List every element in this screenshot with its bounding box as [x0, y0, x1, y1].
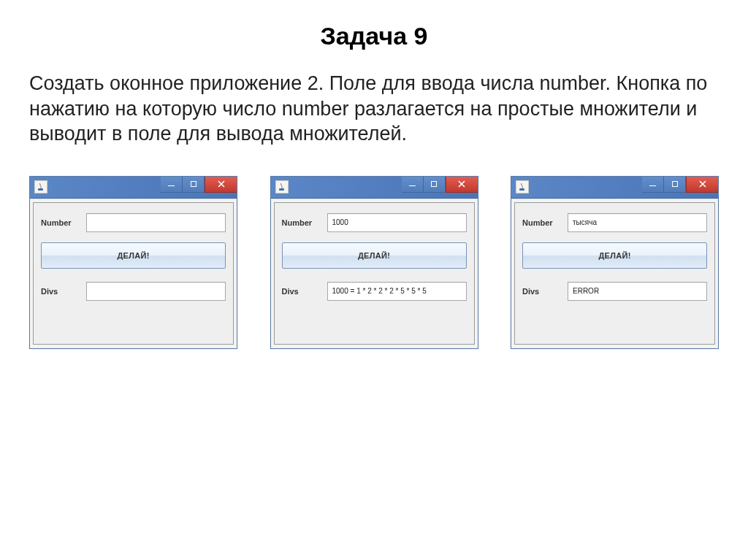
number-label: Number — [282, 218, 327, 227]
minimize-icon[interactable] — [642, 177, 664, 193]
do-button[interactable]: ДЕЛАЙ! — [41, 242, 226, 269]
content-panel: Number ДЕЛАЙ! Divs — [33, 202, 234, 345]
divs-output[interactable] — [568, 282, 707, 301]
app-window: Number ДЕЛАЙ! Divs — [270, 176, 478, 349]
app-window: Number ДЕЛАЙ! Divs — [511, 176, 719, 349]
maximize-icon[interactable] — [664, 177, 686, 193]
divs-label: Divs — [522, 287, 568, 296]
svg-rect-2 — [519, 188, 524, 191]
windows-row: Number ДЕЛАЙ! Divs — [29, 176, 719, 349]
minimize-icon[interactable] — [161, 177, 183, 193]
divs-output[interactable] — [327, 282, 467, 301]
maximize-icon[interactable] — [183, 177, 205, 193]
java-cup-icon — [275, 180, 289, 193]
number-input[interactable] — [86, 213, 226, 232]
close-icon[interactable] — [446, 177, 478, 193]
svg-rect-1 — [279, 188, 284, 191]
close-icon[interactable] — [686, 177, 718, 193]
do-button[interactable]: ДЕЛАЙ! — [282, 242, 467, 269]
number-input[interactable] — [327, 213, 467, 232]
titlebar — [271, 177, 478, 199]
divs-label: Divs — [282, 287, 327, 296]
number-label: Number — [41, 218, 86, 227]
app-window: Number ДЕЛАЙ! Divs — [29, 176, 237, 349]
divs-label: Divs — [41, 287, 86, 296]
content-panel: Number ДЕЛАЙ! Divs — [514, 202, 715, 345]
number-input[interactable] — [568, 213, 707, 232]
content-panel: Number ДЕЛАЙ! Divs — [274, 202, 475, 345]
minimize-icon[interactable] — [402, 177, 424, 193]
maximize-icon[interactable] — [424, 177, 446, 193]
number-label: Number — [522, 218, 568, 227]
titlebar — [511, 177, 718, 199]
svg-rect-0 — [38, 188, 43, 191]
java-cup-icon — [516, 180, 529, 193]
task-description: Создать оконное приложение 2. Поле для в… — [29, 71, 719, 147]
titlebar — [30, 177, 237, 199]
do-button[interactable]: ДЕЛАЙ! — [522, 242, 707, 269]
divs-output[interactable] — [86, 282, 226, 301]
close-icon[interactable] — [205, 177, 237, 193]
page-title: Задача 9 — [29, 22, 719, 50]
java-cup-icon — [34, 180, 47, 193]
